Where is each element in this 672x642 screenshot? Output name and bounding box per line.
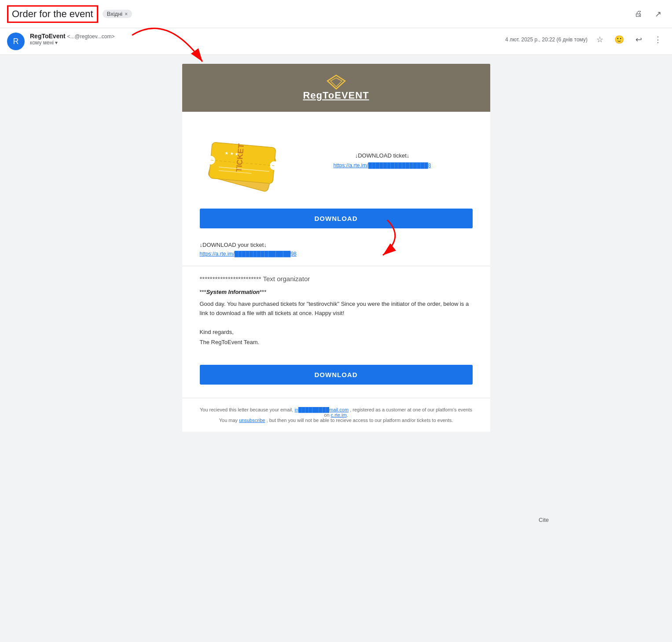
download-url-link[interactable]: https://a.rte.im/████████████████8 [333, 162, 431, 169]
tab-close-icon[interactable]: × [125, 11, 128, 17]
footer-unsubscribe-link[interactable]: unsubscribe [239, 418, 265, 423]
footer-email-link[interactable]: in█████████mail.com [294, 407, 349, 412]
download-ticket-label: ↓DOWNLOAD ticket↓ [292, 152, 473, 159]
regards-line1: Kind regards, [200, 327, 473, 337]
top-bar: Order for the event Вхідні × 🖨 ↗ [0, 0, 672, 28]
email-subject: Order for the event [7, 5, 98, 23]
download-button-2[interactable]: DOWNLOAD [200, 365, 473, 385]
footer-dot: . [347, 412, 348, 418]
email-header: R RegToEvent <...@regtoev...com> кому ме… [0, 28, 672, 55]
print-button[interactable]: 🖨 [632, 7, 646, 21]
cite-label: Cite [539, 517, 549, 523]
email-date: 4 лют. 2025 р., 20:22 (6 днів тому) [505, 37, 588, 43]
download-text-area: ↓DOWNLOAD your ticket↓ https://a.rte.im/… [182, 242, 490, 266]
message-body: ************************ Text organizato… [182, 266, 490, 356]
email-footer: You recieved this letter because your em… [182, 398, 490, 432]
logo-diamond-icon [325, 74, 347, 90]
email-body-wrap: RegToEVENT [0, 55, 672, 440]
sys-info-suffix: *** [260, 289, 266, 295]
org-text: ************************ Text organizato… [200, 275, 473, 282]
sys-info-label: System Information [206, 289, 260, 295]
ticket-image: TICKET ★ ★ ★ [200, 125, 283, 195]
footer-text1: You recieved this letter because your em… [200, 407, 293, 412]
sender-info: RegToEvent <...@regtoev...com> кому мені… [30, 33, 500, 46]
star-button[interactable]: ☆ [593, 33, 607, 47]
chevron-down-icon: ▾ [55, 40, 58, 46]
logo-text: RegToEVENT [303, 90, 369, 101]
regards: Kind regards, The RegToEvent Team. [200, 327, 473, 348]
avatar: R [7, 33, 25, 50]
footer-platform-link[interactable]: c.rte.im [331, 412, 347, 418]
system-info: ***System Information*** [200, 289, 473, 295]
sys-info-prefix: *** [200, 289, 206, 295]
emoji-button[interactable]: 🙂 [612, 33, 626, 47]
tab-badge-label: Вхідні [107, 11, 123, 17]
download-your-url-link[interactable]: https://a.rte.im/███████████████98 [200, 251, 297, 257]
footer-text3: You may [219, 418, 238, 423]
download-button-wrap: DOWNLOAD [182, 209, 490, 242]
email-meta: 4 лют. 2025 р., 20:22 (6 днів тому) ☆ 🙂 … [505, 33, 665, 47]
body-text: Good day. You have purchased tickets for… [200, 300, 473, 318]
download-link-area: ↓DOWNLOAD ticket↓ https://a.rte.im/█████… [292, 152, 473, 169]
download-your-ticket-label: ↓DOWNLOAD your ticket↓ [200, 242, 473, 248]
external-link-button[interactable]: ↗ [651, 7, 665, 21]
to-me-label[interactable]: кому мені ▾ [30, 40, 500, 46]
sender-name: RegToEvent [30, 33, 66, 40]
email-card: RegToEVENT [182, 64, 490, 432]
ticket-icon: TICKET ★ ★ ★ [200, 125, 283, 195]
toolbar-right: 🖨 ↗ [632, 7, 665, 21]
reply-button[interactable]: ↩ [632, 33, 646, 47]
email-logo-header: RegToEVENT [182, 64, 490, 112]
tab-item[interactable]: Вхідні × [103, 10, 132, 18]
sender-email: <...@regtoev...com> [67, 33, 115, 40]
footer-text4: , but then you will not be able to recie… [267, 418, 453, 423]
regards-line2: The RegToEvent Team. [200, 337, 473, 347]
download-button[interactable]: DOWNLOAD [200, 209, 473, 228]
download-button-wrap-2: DOWNLOAD [182, 356, 490, 398]
ticket-section: TICKET ★ ★ ★ ↓DOWNLOAD ticket↓ https://a… [182, 112, 490, 209]
logo-container: RegToEVENT [303, 74, 369, 101]
more-button[interactable]: ⋮ [651, 33, 665, 47]
